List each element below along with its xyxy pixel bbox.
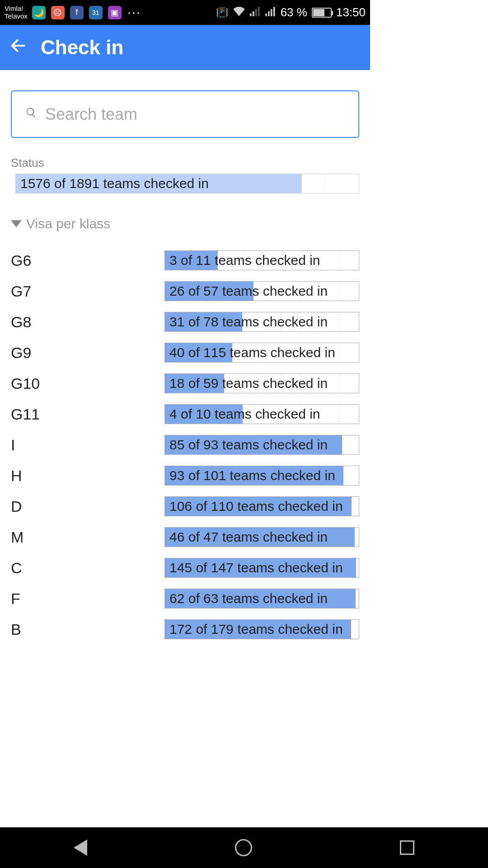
class-progress-text: 4 of 10 teams checked in: [169, 406, 320, 422]
svg-rect-3: [258, 7, 260, 16]
class-progress-bar: 106 of 110 teams checked in: [164, 496, 359, 516]
class-progress-text: 93 of 101 teams checked in: [169, 468, 335, 483]
class-row[interactable]: F62 of 63 teams checked in: [11, 583, 359, 614]
class-progress-bar: 4 of 10 teams checked in: [164, 404, 359, 424]
class-row[interactable]: I85 of 93 teams checked in: [11, 429, 359, 460]
app-notification-icon: ▣: [108, 6, 122, 19]
class-row[interactable]: B172 of 179 teams checked in: [11, 614, 359, 645]
class-label: G9: [11, 344, 164, 362]
class-row[interactable]: H93 of 101 teams checked in: [11, 460, 359, 491]
class-progress-text: 18 of 59 teams checked in: [169, 376, 328, 391]
class-row[interactable]: C145 of 147 teams checked in: [11, 552, 359, 583]
vibrate-icon: 📳: [216, 7, 228, 19]
class-label: G7: [11, 283, 164, 300]
back-button[interactable]: [9, 37, 27, 59]
class-progress-bar: 46 of 47 teams checked in: [164, 527, 359, 547]
class-row[interactable]: G726 of 57 teams checked in: [11, 276, 359, 307]
svg-rect-2: [255, 9, 257, 16]
signal-icon-2: [265, 5, 276, 19]
class-progress-text: 26 of 57 teams checked in: [169, 283, 328, 299]
wifi-icon: [233, 5, 245, 19]
svg-rect-7: [273, 7, 275, 16]
class-row[interactable]: D106 of 110 teams checked in: [11, 491, 359, 522]
battery-percent: 63 %: [281, 5, 307, 19]
overall-progress-bar: 1576 of 1891 teams checked in: [15, 174, 359, 193]
search-placeholder: Search team: [45, 105, 137, 124]
signal-icon: [250, 5, 261, 19]
class-progress-bar: 145 of 147 teams checked in: [164, 558, 359, 578]
status-label: Status: [11, 156, 359, 170]
carrier-line2: Telavox: [5, 13, 28, 20]
class-progress-text: 106 of 110 teams checked in: [169, 499, 343, 514]
class-label: H: [11, 467, 164, 485]
class-progress-bar: 62 of 63 teams checked in: [164, 589, 359, 609]
class-progress-bar: 26 of 57 teams checked in: [164, 281, 359, 301]
overall-progress-text: 1576 of 1891 teams checked in: [20, 176, 209, 191]
class-label: G8: [11, 313, 164, 331]
carrier-label: Vimla! Telavox: [5, 5, 28, 20]
calendar-icon: 31: [89, 6, 103, 19]
svg-rect-0: [250, 14, 252, 16]
class-row[interactable]: G940 of 115 teams checked in: [11, 337, 359, 368]
app-notification-icon: 🌙: [32, 6, 46, 19]
class-label: D: [11, 498, 164, 515]
class-row[interactable]: G1018 of 59 teams checked in: [11, 368, 359, 399]
class-row[interactable]: M46 of 47 teams checked in: [11, 522, 359, 552]
facebook-icon: f: [70, 6, 84, 19]
class-progress-bar: 40 of 115 teams checked in: [164, 343, 359, 363]
class-label: B: [11, 621, 164, 638]
class-label: G11: [11, 406, 164, 423]
svg-rect-1: [253, 11, 254, 16]
svg-rect-5: [268, 11, 270, 16]
chevron-down-icon: [11, 220, 22, 227]
class-progress-bar: 3 of 11 teams checked in: [164, 250, 359, 270]
class-progress-text: 62 of 63 teams checked in: [169, 591, 328, 606]
class-progress-text: 172 of 179 teams checked in: [169, 622, 343, 637]
class-label: C: [11, 559, 164, 577]
more-notifications-icon: ⋯: [127, 5, 140, 20]
class-row[interactable]: G831 of 78 teams checked in: [11, 307, 359, 337]
class-progress-text: 40 of 115 teams checked in: [169, 345, 335, 360]
class-progress-bar: 31 of 78 teams checked in: [164, 312, 359, 332]
class-row[interactable]: G63 of 11 teams checked in: [11, 245, 359, 276]
expand-per-class-toggle[interactable]: Visa per klass: [11, 216, 359, 231]
class-label: G10: [11, 375, 164, 392]
class-label: F: [11, 590, 164, 608]
search-input[interactable]: Search team: [11, 90, 359, 138]
class-label: M: [11, 528, 164, 546]
svg-rect-4: [265, 14, 267, 16]
svg-rect-6: [271, 9, 272, 16]
clock: 13:50: [336, 5, 366, 19]
class-progress-text: 46 of 47 teams checked in: [169, 529, 328, 545]
class-progress-text: 145 of 147 teams checked in: [169, 560, 343, 576]
app-notification-icon: ☹: [51, 6, 65, 19]
status-right: 📳 63 % 13:50: [216, 5, 366, 19]
notification-icons: 🌙 ☹ f 31 ▣ ⋯: [32, 5, 140, 20]
class-progress-text: 31 of 78 teams checked in: [169, 314, 328, 330]
battery-icon: [312, 8, 332, 18]
class-progress-bar: 18 of 59 teams checked in: [164, 373, 359, 393]
class-progress-text: 3 of 11 teams checked in: [169, 253, 320, 268]
class-progress-bar: 85 of 93 teams checked in: [164, 435, 359, 455]
class-progress-text: 85 of 93 teams checked in: [169, 437, 328, 453]
class-row[interactable]: G114 of 10 teams checked in: [11, 399, 359, 429]
expand-label: Visa per klass: [26, 216, 110, 231]
class-progress-bar: 172 of 179 teams checked in: [164, 619, 359, 639]
class-list: G63 of 11 teams checked inG726 of 57 tea…: [11, 245, 359, 645]
search-icon: [25, 107, 37, 122]
android-status-bar: Vimla! Telavox 🌙 ☹ f 31 ▣ ⋯ 📳 63 % 13:50: [0, 0, 370, 25]
class-label: I: [11, 436, 164, 454]
page-title: Check in: [41, 36, 123, 59]
app-bar: Check in: [0, 25, 370, 70]
class-label: G6: [11, 252, 164, 269]
carrier-line1: Vimla!: [5, 5, 28, 13]
class-progress-bar: 93 of 101 teams checked in: [164, 466, 359, 486]
